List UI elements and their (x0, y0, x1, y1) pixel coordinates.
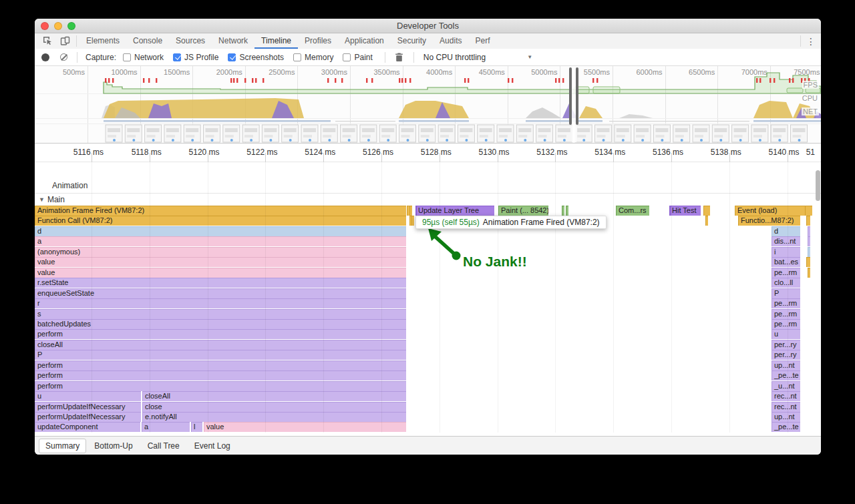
close-button[interactable] (41, 22, 49, 30)
kebab-menu-icon[interactable]: ⋮ (804, 33, 818, 49)
flame-segment[interactable] (562, 206, 564, 216)
flame-segment-per-ry[interactable]: per...ry (772, 340, 800, 350)
record-button[interactable] (41, 53, 49, 61)
flame-segment-e-notifyall[interactable]: e.notifyAll (142, 412, 406, 422)
flame-segment-up-nt[interactable]: up...nt (772, 360, 800, 370)
details-tab-event-log[interactable]: Event Log (188, 439, 237, 453)
trash-icon[interactable] (391, 52, 408, 62)
flame-segment[interactable] (705, 216, 708, 226)
flame-segment-d[interactable]: d (772, 226, 800, 236)
tab-elements[interactable]: Elements (79, 33, 126, 49)
flame-segment-pe-te[interactable]: _pe...te (772, 422, 800, 432)
flame-segment-perform[interactable]: perform (35, 329, 406, 339)
flame-segment-rec-nt[interactable]: rec...nt (772, 402, 800, 412)
flame-segment[interactable] (808, 226, 810, 236)
flame-segment-r-setstate[interactable]: r.setState (35, 278, 406, 288)
checkbox-box-icon[interactable] (173, 53, 181, 61)
checkbox-screenshots[interactable]: Screenshots (228, 53, 284, 62)
flame-segment-close[interactable]: close (142, 402, 406, 412)
checkbox-network[interactable]: Network (123, 53, 164, 62)
flame-segment[interactable] (566, 206, 568, 216)
flame-segment-batchedupdates[interactable]: batchedUpdates (35, 319, 406, 329)
tab-network[interactable]: Network (212, 33, 254, 49)
checkbox-js-profile[interactable]: JS Profile (173, 53, 218, 62)
details-tab-summary[interactable]: Summary (39, 439, 86, 453)
flame-segment-value[interactable]: value (204, 422, 406, 432)
checkbox-paint[interactable]: Paint (343, 53, 372, 62)
flame-segment-enqueuesetstate[interactable]: enqueueSetState (35, 288, 406, 298)
flame-segment-animation-frame-fired-vm87-2[interactable]: Animation Frame Fired (VM87:2) (35, 206, 406, 216)
details-tab-call-tree[interactable]: Call Tree (141, 439, 186, 453)
flame-segment-l[interactable]: l (191, 422, 202, 432)
tab-application[interactable]: Application (338, 33, 391, 49)
flame-segment[interactable] (808, 268, 810, 278)
flame-segment-u[interactable]: u (772, 329, 800, 339)
flame-segment-pe-rm[interactable]: pe...rm (772, 268, 800, 278)
flame-segment-i[interactable]: i (772, 247, 800, 257)
tab-audits[interactable]: Audits (433, 33, 468, 49)
inspect-element-icon[interactable] (39, 33, 56, 49)
flame-segment-pe-rm[interactable]: pe...rm (772, 298, 800, 308)
flame-segment[interactable] (808, 247, 810, 257)
flame-segment-u-nt[interactable]: _u...nt (772, 381, 800, 391)
tab-console[interactable]: Console (126, 33, 169, 49)
flame-segment-a[interactable]: a (35, 236, 406, 246)
flame-segment[interactable] (409, 206, 412, 216)
flame-segment[interactable] (805, 206, 812, 216)
flame-segment-paint-8542[interactable]: Paint (... 8542) (498, 206, 548, 216)
flame-segment-p[interactable]: P (772, 288, 800, 298)
zoom-button[interactable] (67, 22, 75, 30)
tab-profiles[interactable]: Profiles (298, 33, 338, 49)
flame-segment-functio-m87-2[interactable]: Functio...M87:2) (738, 216, 800, 226)
checkbox-memory[interactable]: Memory (293, 53, 333, 62)
flame-segment-function-call-vm87-2[interactable]: Function Call (VM87:2) (35, 216, 406, 226)
flame-segment-a[interactable]: a (142, 422, 190, 432)
checkbox-box-icon[interactable] (123, 53, 131, 61)
details-tab-bottom-up[interactable]: Bottom-Up (88, 439, 139, 453)
flame-segment-value[interactable]: value (35, 268, 406, 278)
flame-segment-r[interactable]: r (35, 298, 406, 308)
flame-segment-dis-nt[interactable]: dis...nt (772, 236, 800, 246)
flame-segment-event-load[interactable]: Event (load) (735, 206, 805, 216)
checkbox-box-icon[interactable] (228, 53, 236, 61)
minimize-button[interactable] (54, 22, 62, 30)
flame-segment-perform[interactable]: perform (35, 360, 406, 370)
flame-segment-rec-nt[interactable]: rec...nt (772, 391, 800, 401)
tab-security[interactable]: Security (391, 33, 433, 49)
flame-segment-perform[interactable]: perform (35, 381, 406, 391)
flame-segment-pe-te[interactable]: _pe...te (772, 370, 800, 381)
flame-segment[interactable] (808, 236, 810, 246)
device-toolbar-icon[interactable] (56, 33, 73, 49)
flame-segment[interactable] (703, 206, 710, 216)
flame-segment-clo-ll[interactable]: clo...ll (772, 278, 800, 288)
flame-segment-u[interactable]: u (35, 391, 141, 401)
flame-segment-update-layer-tree[interactable]: Update Layer Tree (415, 206, 494, 216)
flame-segment-pe-rm[interactable]: pe...rm (772, 319, 800, 329)
clear-recording-button[interactable] (60, 53, 67, 61)
flame-segment-p[interactable]: P (35, 350, 406, 360)
tab-perf[interactable]: Perf (468, 33, 496, 49)
flame-segment-performupdateifnecessary[interactable]: performUpdateIfNecessary (35, 402, 141, 412)
flame-segment-bat-es[interactable]: bat...es (772, 257, 800, 267)
cpu-throttling-select[interactable]: No CPU throttling ▼ (423, 53, 532, 62)
tab-sources[interactable]: Sources (169, 33, 212, 49)
flame-segment[interactable] (806, 257, 810, 267)
tab-timeline[interactable]: Timeline (254, 33, 298, 49)
flame-segment-closeall[interactable]: closeAll (35, 340, 406, 350)
flame-segment-up-nt[interactable]: up...nt (772, 412, 800, 422)
main-section-toggle[interactable]: ▼ Main (39, 194, 65, 206)
vertical-scrollbar[interactable] (816, 170, 820, 201)
timeline-overview[interactable]: 500ms1000ms1500ms2000ms2500ms3000ms3500m… (35, 66, 821, 144)
flame-segment[interactable] (806, 216, 810, 226)
flame-segment-com-rs[interactable]: Com...rs (616, 206, 649, 216)
flame-segment[interactable] (411, 216, 414, 226)
flame-segment-hit-test[interactable]: Hit Test (669, 206, 701, 216)
flame-segment-closeall[interactable]: closeAll (142, 391, 406, 401)
flame-segment-performupdateifnecessary[interactable]: performUpdateIfNecessary (35, 412, 141, 422)
flame-segment-per-ry[interactable]: per...ry (772, 350, 800, 360)
flame-segment-anonymous[interactable]: (anonymous) (35, 247, 406, 257)
flame-segment-s[interactable]: s (35, 309, 406, 319)
flame-segment-d[interactable]: d (35, 226, 406, 236)
flame-segment-value[interactable]: value (35, 257, 406, 267)
checkbox-box-icon[interactable] (343, 53, 351, 61)
